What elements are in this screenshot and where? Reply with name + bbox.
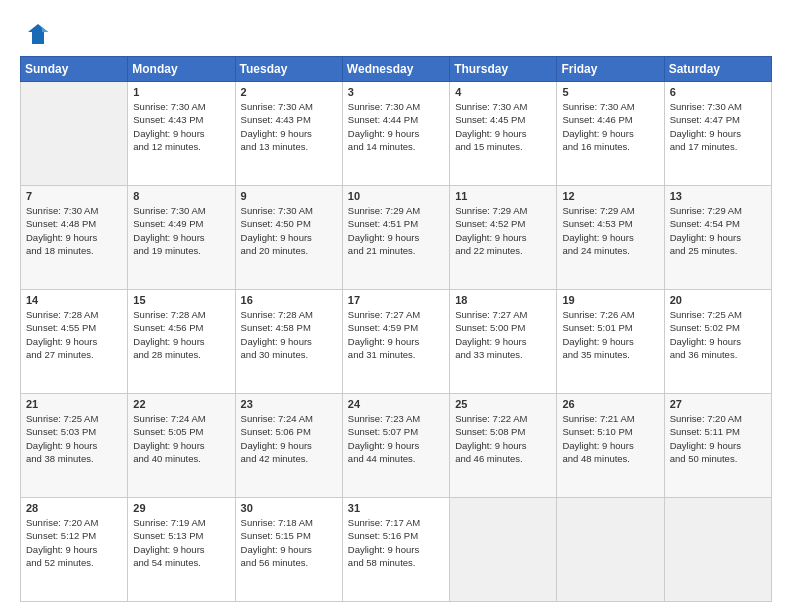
calendar-cell: 14Sunrise: 7:28 AMSunset: 4:55 PMDayligh… (21, 290, 128, 394)
calendar-cell: 25Sunrise: 7:22 AMSunset: 5:08 PMDayligh… (450, 394, 557, 498)
logo-icon (20, 20, 48, 48)
column-header-saturday: Saturday (664, 57, 771, 82)
day-info: Sunrise: 7:25 AMSunset: 5:03 PMDaylight:… (26, 412, 122, 465)
calendar-cell: 31Sunrise: 7:17 AMSunset: 5:16 PMDayligh… (342, 498, 449, 602)
calendar-cell: 22Sunrise: 7:24 AMSunset: 5:05 PMDayligh… (128, 394, 235, 498)
day-number: 19 (562, 294, 658, 306)
day-number: 30 (241, 502, 337, 514)
calendar-cell: 12Sunrise: 7:29 AMSunset: 4:53 PMDayligh… (557, 186, 664, 290)
calendar-cell: 6Sunrise: 7:30 AMSunset: 4:47 PMDaylight… (664, 82, 771, 186)
day-info: Sunrise: 7:30 AMSunset: 4:46 PMDaylight:… (562, 100, 658, 153)
calendar-cell: 2Sunrise: 7:30 AMSunset: 4:43 PMDaylight… (235, 82, 342, 186)
day-info: Sunrise: 7:30 AMSunset: 4:48 PMDaylight:… (26, 204, 122, 257)
calendar-cell: 29Sunrise: 7:19 AMSunset: 5:13 PMDayligh… (128, 498, 235, 602)
day-info: Sunrise: 7:29 AMSunset: 4:52 PMDaylight:… (455, 204, 551, 257)
day-number: 7 (26, 190, 122, 202)
day-info: Sunrise: 7:18 AMSunset: 5:15 PMDaylight:… (241, 516, 337, 569)
day-info: Sunrise: 7:30 AMSunset: 4:49 PMDaylight:… (133, 204, 229, 257)
day-number: 4 (455, 86, 551, 98)
day-number: 9 (241, 190, 337, 202)
calendar-table: SundayMondayTuesdayWednesdayThursdayFrid… (20, 56, 772, 602)
day-info: Sunrise: 7:27 AMSunset: 4:59 PMDaylight:… (348, 308, 444, 361)
day-number: 25 (455, 398, 551, 410)
calendar-cell: 9Sunrise: 7:30 AMSunset: 4:50 PMDaylight… (235, 186, 342, 290)
day-info: Sunrise: 7:25 AMSunset: 5:02 PMDaylight:… (670, 308, 766, 361)
column-header-monday: Monday (128, 57, 235, 82)
day-number: 24 (348, 398, 444, 410)
day-number: 6 (670, 86, 766, 98)
day-info: Sunrise: 7:20 AMSunset: 5:11 PMDaylight:… (670, 412, 766, 465)
day-info: Sunrise: 7:26 AMSunset: 5:01 PMDaylight:… (562, 308, 658, 361)
day-number: 26 (562, 398, 658, 410)
calendar-cell: 27Sunrise: 7:20 AMSunset: 5:11 PMDayligh… (664, 394, 771, 498)
column-header-friday: Friday (557, 57, 664, 82)
logo (20, 20, 52, 48)
calendar-cell (557, 498, 664, 602)
day-number: 28 (26, 502, 122, 514)
day-info: Sunrise: 7:24 AMSunset: 5:06 PMDaylight:… (241, 412, 337, 465)
calendar-cell: 3Sunrise: 7:30 AMSunset: 4:44 PMDaylight… (342, 82, 449, 186)
day-number: 8 (133, 190, 229, 202)
header (20, 16, 772, 48)
calendar-cell: 4Sunrise: 7:30 AMSunset: 4:45 PMDaylight… (450, 82, 557, 186)
calendar-cell: 24Sunrise: 7:23 AMSunset: 5:07 PMDayligh… (342, 394, 449, 498)
day-number: 22 (133, 398, 229, 410)
day-number: 18 (455, 294, 551, 306)
day-info: Sunrise: 7:29 AMSunset: 4:51 PMDaylight:… (348, 204, 444, 257)
calendar-cell: 11Sunrise: 7:29 AMSunset: 4:52 PMDayligh… (450, 186, 557, 290)
day-info: Sunrise: 7:28 AMSunset: 4:56 PMDaylight:… (133, 308, 229, 361)
day-number: 16 (241, 294, 337, 306)
column-header-tuesday: Tuesday (235, 57, 342, 82)
calendar-cell: 5Sunrise: 7:30 AMSunset: 4:46 PMDaylight… (557, 82, 664, 186)
calendar-cell (450, 498, 557, 602)
calendar-cell: 23Sunrise: 7:24 AMSunset: 5:06 PMDayligh… (235, 394, 342, 498)
calendar-week-2: 7Sunrise: 7:30 AMSunset: 4:48 PMDaylight… (21, 186, 772, 290)
day-info: Sunrise: 7:27 AMSunset: 5:00 PMDaylight:… (455, 308, 551, 361)
day-number: 21 (26, 398, 122, 410)
day-number: 5 (562, 86, 658, 98)
day-info: Sunrise: 7:19 AMSunset: 5:13 PMDaylight:… (133, 516, 229, 569)
day-info: Sunrise: 7:30 AMSunset: 4:43 PMDaylight:… (133, 100, 229, 153)
calendar-week-4: 21Sunrise: 7:25 AMSunset: 5:03 PMDayligh… (21, 394, 772, 498)
day-number: 13 (670, 190, 766, 202)
day-number: 10 (348, 190, 444, 202)
calendar-cell (664, 498, 771, 602)
day-info: Sunrise: 7:28 AMSunset: 4:55 PMDaylight:… (26, 308, 122, 361)
day-info: Sunrise: 7:30 AMSunset: 4:44 PMDaylight:… (348, 100, 444, 153)
day-number: 27 (670, 398, 766, 410)
day-info: Sunrise: 7:30 AMSunset: 4:50 PMDaylight:… (241, 204, 337, 257)
day-number: 15 (133, 294, 229, 306)
day-info: Sunrise: 7:29 AMSunset: 4:54 PMDaylight:… (670, 204, 766, 257)
calendar-cell: 16Sunrise: 7:28 AMSunset: 4:58 PMDayligh… (235, 290, 342, 394)
day-info: Sunrise: 7:24 AMSunset: 5:05 PMDaylight:… (133, 412, 229, 465)
day-number: 31 (348, 502, 444, 514)
day-info: Sunrise: 7:30 AMSunset: 4:45 PMDaylight:… (455, 100, 551, 153)
day-number: 2 (241, 86, 337, 98)
calendar-cell: 8Sunrise: 7:30 AMSunset: 4:49 PMDaylight… (128, 186, 235, 290)
calendar-week-1: 1Sunrise: 7:30 AMSunset: 4:43 PMDaylight… (21, 82, 772, 186)
calendar-cell: 13Sunrise: 7:29 AMSunset: 4:54 PMDayligh… (664, 186, 771, 290)
day-number: 29 (133, 502, 229, 514)
day-number: 20 (670, 294, 766, 306)
day-info: Sunrise: 7:17 AMSunset: 5:16 PMDaylight:… (348, 516, 444, 569)
calendar-cell (21, 82, 128, 186)
calendar-cell: 7Sunrise: 7:30 AMSunset: 4:48 PMDaylight… (21, 186, 128, 290)
column-header-wednesday: Wednesday (342, 57, 449, 82)
day-number: 12 (562, 190, 658, 202)
day-number: 14 (26, 294, 122, 306)
day-number: 11 (455, 190, 551, 202)
day-info: Sunrise: 7:30 AMSunset: 4:43 PMDaylight:… (241, 100, 337, 153)
calendar-cell: 28Sunrise: 7:20 AMSunset: 5:12 PMDayligh… (21, 498, 128, 602)
calendar-week-3: 14Sunrise: 7:28 AMSunset: 4:55 PMDayligh… (21, 290, 772, 394)
column-header-sunday: Sunday (21, 57, 128, 82)
page: SundayMondayTuesdayWednesdayThursdayFrid… (0, 0, 792, 612)
calendar-cell: 1Sunrise: 7:30 AMSunset: 4:43 PMDaylight… (128, 82, 235, 186)
calendar-header-row: SundayMondayTuesdayWednesdayThursdayFrid… (21, 57, 772, 82)
day-number: 23 (241, 398, 337, 410)
day-info: Sunrise: 7:30 AMSunset: 4:47 PMDaylight:… (670, 100, 766, 153)
calendar-cell: 19Sunrise: 7:26 AMSunset: 5:01 PMDayligh… (557, 290, 664, 394)
day-number: 3 (348, 86, 444, 98)
day-info: Sunrise: 7:20 AMSunset: 5:12 PMDaylight:… (26, 516, 122, 569)
calendar-cell: 18Sunrise: 7:27 AMSunset: 5:00 PMDayligh… (450, 290, 557, 394)
day-info: Sunrise: 7:21 AMSunset: 5:10 PMDaylight:… (562, 412, 658, 465)
